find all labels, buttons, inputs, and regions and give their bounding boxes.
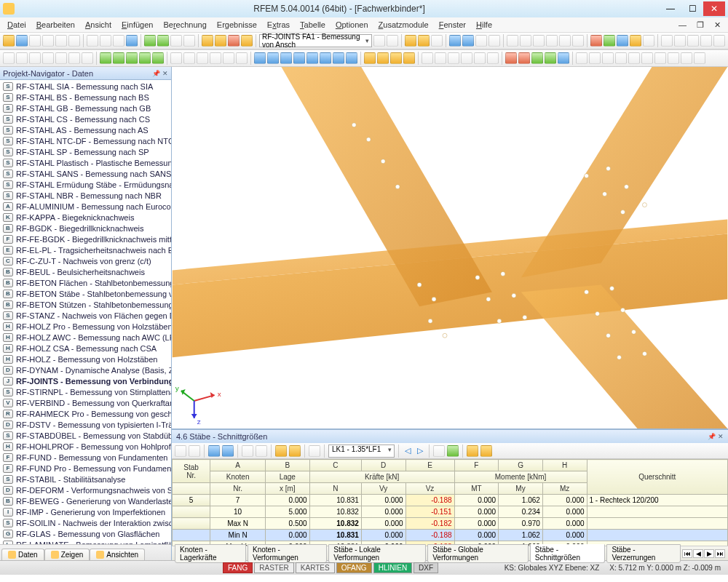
tool-icon[interactable] (100, 52, 111, 64)
tool-icon[interactable] (309, 445, 320, 457)
mdi-restore-button[interactable]: ❐ (692, 19, 708, 31)
tree-item[interactable]: SRF-STAHL SP - Bemessung nach SP (0, 146, 171, 157)
menu-hilfe[interactable]: Hilfe (472, 19, 496, 31)
tab-last[interactable]: ⏭ (715, 549, 725, 558)
tool-icon[interactable] (387, 35, 398, 47)
tool-icon[interactable] (126, 35, 138, 47)
tree-item[interactable]: SRF-STAHL GB - Bemessung nach GB (0, 103, 171, 113)
mdi-minimize-button[interactable]: — (674, 19, 691, 31)
menu-zusatzmodule[interactable]: Zusatzmodule (374, 19, 433, 31)
navigator-tree[interactable]: SRF-STAHL SIA - Bemessung nach SIASRF-ST… (0, 80, 171, 544)
tree-item[interactable]: JRF-JOINTS - Bemessung von Verbindungen (0, 375, 171, 386)
tree-item[interactable]: ERF-EL-PL - Tragsicherheitsnachweis nach… (0, 244, 171, 255)
menu-ansicht[interactable]: Ansicht (81, 19, 116, 31)
tool-icon[interactable] (152, 52, 164, 64)
tool-icon[interactable] (462, 35, 474, 47)
tree-item[interactable]: BRF-BGDK - Biegedrillknicknachweis (0, 223, 171, 234)
tool-icon[interactable] (480, 445, 492, 457)
result-tab[interactable]: Stäbe - Lokale Verformungen (328, 544, 426, 563)
tool-icon[interactable] (208, 445, 220, 457)
tool-icon[interactable] (518, 52, 530, 64)
tool-icon[interactable] (422, 52, 433, 64)
tool-icon[interactable] (602, 52, 614, 64)
tool-icon[interactable] (55, 35, 67, 47)
tool-icon[interactable] (126, 52, 138, 64)
tool-icon[interactable] (405, 35, 416, 47)
tool-icon[interactable] (289, 445, 301, 457)
tool-icon[interactable] (615, 52, 627, 64)
tool-icon[interactable] (604, 35, 615, 47)
minimize-button[interactable]: — (660, 1, 681, 16)
next-button[interactable]: ▷ (415, 446, 425, 455)
tool-icon[interactable] (576, 52, 587, 64)
3d-viewport[interactable]: x y z (172, 67, 728, 429)
tool-icon[interactable] (293, 52, 305, 64)
tool-icon[interactable] (275, 445, 287, 457)
tool-icon[interactable] (641, 52, 653, 64)
tool-icon[interactable] (256, 445, 267, 457)
tool-icon[interactable] (139, 52, 151, 64)
tool-icon[interactable] (449, 35, 461, 47)
tree-item[interactable]: KRF-KAPPA - Biegeknicknachweis (0, 212, 171, 223)
tree-item[interactable]: SRF-STAHL BS - Bemessung nach BS (0, 92, 171, 103)
result-tab[interactable]: Knoten - Lagerkräfte (175, 544, 246, 563)
tool-icon[interactable] (520, 35, 531, 47)
tool-icon[interactable] (694, 52, 705, 64)
tool-icon[interactable] (558, 52, 569, 64)
tool-icon[interactable] (87, 35, 98, 47)
tool-icon[interactable] (82, 52, 93, 64)
tool-icon[interactable] (475, 35, 487, 47)
tree-item[interactable]: DRF-DYNAM - Dynamische Analyse (Basis, Z… (0, 364, 171, 375)
tree-item[interactable]: VRF-VERBIND - Bemessung von Querkraftans… (0, 397, 171, 408)
menu-tabelle[interactable]: Tabelle (296, 19, 330, 31)
tree-item[interactable]: SRF-STAHL Plastisch - Plastische Bemessu… (0, 157, 171, 168)
tool-icon[interactable] (3, 52, 15, 64)
tool-icon[interactable] (674, 35, 686, 47)
tool-icon[interactable] (617, 35, 628, 47)
tool-icon[interactable] (267, 52, 279, 64)
module-combo[interactable]: RF-JOINTS FA1 - Bemessung von Ansch (259, 34, 372, 47)
tool-icon[interactable] (202, 35, 213, 47)
tool-icon[interactable] (42, 52, 54, 64)
result-tab[interactable]: Knoten - Verformungen (248, 544, 327, 563)
nav-tab-daten[interactable]: Daten (1, 549, 44, 560)
tool-icon[interactable] (320, 52, 331, 64)
tree-item[interactable]: BRF-BETON Stützen - Stahlbetonbemessung … (0, 299, 171, 310)
tree-item[interactable]: FRF-FE-BGDK - Biegedrillknicknachweis mi… (0, 234, 171, 244)
tool-icon[interactable] (546, 35, 558, 47)
tool-icon[interactable] (433, 445, 445, 457)
tool-icon[interactable] (241, 35, 253, 47)
menu-extras[interactable]: Extras (263, 19, 294, 31)
maximize-button[interactable]: ☐ (681, 1, 703, 16)
tool-icon[interactable] (280, 52, 292, 64)
tool-icon[interactable] (435, 52, 446, 64)
tool-icon[interactable] (661, 35, 673, 47)
toggle-fang[interactable]: FANG (223, 562, 253, 573)
tree-item[interactable]: HRF-HOLZ CSA - Bemessung nach CSA (0, 343, 171, 354)
tool-icon[interactable] (531, 52, 543, 64)
menu-einfuegen[interactable]: Einfügen (117, 19, 157, 31)
tool-icon[interactable] (100, 35, 111, 47)
tree-item[interactable]: DRF-DEFORM - Verformungsnachweis von Stä… (0, 485, 171, 495)
tree-item[interactable]: BRF-BETON Stäbe - Stahlbetonbemessung vo… (0, 288, 171, 299)
tree-item[interactable]: HRF-HOLZ AWC - Bemessung nach AWC (LRFD … (0, 332, 171, 343)
tool-icon[interactable] (447, 445, 459, 457)
tree-item[interactable]: SRF-STAHL NBR - Bemessung nach NBR (0, 190, 171, 201)
tree-item[interactable]: SRF-STAHL AS - Bemessung nach AS (0, 124, 171, 135)
tool-icon[interactable] (55, 52, 67, 64)
tab-prev[interactable]: ◀ (693, 549, 703, 558)
toggle-dxf[interactable]: DXF (414, 562, 438, 573)
results-grid[interactable]: StabNr.ABCDEFGHQuerschnittKnotenLageKräf… (172, 459, 728, 546)
tool-icon[interactable] (488, 35, 500, 47)
tool-icon[interactable] (668, 52, 679, 64)
nav-tab-ansichten[interactable]: Ansichten (90, 549, 145, 560)
tree-item[interactable]: SRF-SOILIN - Nachweis der Interaktion zw… (0, 517, 171, 528)
toggle-kartes[interactable]: KARTES (296, 562, 335, 573)
tool-icon[interactable] (507, 35, 518, 47)
result-tab[interactable]: Stäbe - Globale Verformungen (427, 544, 529, 563)
tool-icon[interactable] (183, 52, 195, 64)
tool-icon[interactable] (210, 52, 221, 64)
tool-icon[interactable] (183, 35, 195, 47)
tool-icon[interactable] (559, 35, 571, 47)
tree-item[interactable]: HRF-HOLZ - Bemessung von Holzstäben (0, 354, 171, 364)
